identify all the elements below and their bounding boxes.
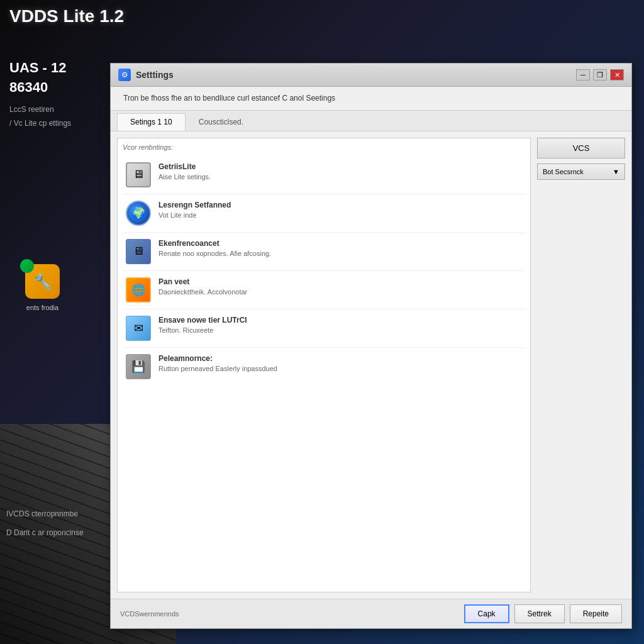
envelope-icon: ✉ — [126, 316, 151, 341]
list-item[interactable]: 🌐 Pan veet Daonieckttheik. Accolvonotar — [123, 271, 525, 309]
storage-icon: 💾 — [126, 354, 151, 379]
item-4-text: Pan veet Daonieckttheik. Accolvonotar — [158, 277, 522, 296]
item-4-desc: Daonieckttheik. Accolvonotar — [158, 287, 522, 296]
capk-button[interactable]: Capk — [464, 604, 509, 623]
settings-icon: ⚙ — [121, 70, 128, 79]
computer-icon: 🖥 — [126, 239, 151, 264]
settings-list-panel: Vcor renbntings: 🖥 GetriisLite Aise Lite… — [117, 138, 531, 592]
dialog-tabs: Setings 1 10 Couscticlsed. — [111, 111, 631, 131]
item-3-title: Ekenfrencoancet — [158, 239, 522, 248]
settrek-button[interactable]: Settrek — [514, 604, 565, 623]
dialog-title-left: ⚙ Setttings — [118, 69, 174, 81]
item-5-desc: Teifton. Ricuxeete — [158, 326, 522, 335]
green-indicator — [20, 259, 34, 273]
item-1-title: GetriisLite — [158, 162, 522, 171]
globe-icon: 🌍 — [126, 201, 151, 226]
list-item[interactable]: ✉ Ensave nowe tier LUTrCI Teifton. Ricux… — [123, 309, 525, 348]
settings-right-panel: VCS Bot Secsrnck ▼ — [537, 138, 625, 592]
item-2-desc: Vot Lite inde — [158, 211, 522, 219]
item-6-desc: Rutton perneaved Easlerly inpassdued — [158, 364, 522, 373]
left-menu-item-1[interactable]: LccS reetiren — [9, 105, 104, 114]
list-item[interactable]: 🌍 Lesrengn Setfanned Vot Lite inde — [123, 194, 525, 233]
dialog-title-text: Setttings — [136, 70, 174, 80]
item-6-title: Peleamnornce: — [158, 354, 522, 363]
car-id: UAS - 12 — [9, 60, 104, 76]
dialog-bottom-buttons: Capk Settrek Repeite — [464, 604, 622, 623]
dialog-titlebar: ⚙ Setttings ─ ❐ ✕ — [111, 64, 631, 87]
item-3-text: Ekenfrencoancet Renate noo xopnodes. Afi… — [158, 239, 522, 258]
item-2-text: Lesrengn Setfanned Vot Lite inde — [158, 201, 522, 219]
left-icon-area: 🔧 ents frodia — [25, 264, 60, 311]
left-bottom-label-1: IVCDS cterropnnmbe — [6, 509, 78, 518]
dropdown-button[interactable]: Bot Secsrnck ▼ — [537, 164, 625, 180]
tab-settings1[interactable]: Setings 1 10 — [117, 113, 186, 131]
repeite-button[interactable]: Repeite — [570, 604, 622, 623]
app-title: VDDS Lite 1.2 — [9, 6, 124, 26]
item-6-text: Peleamnornce: Rutton perneaved Easlerly … — [158, 354, 522, 373]
tab-settings2[interactable]: Couscticlsed. — [186, 113, 257, 131]
item-5-text: Ensave nowe tier LUTrCI Teifton. Ricuxee… — [158, 316, 522, 335]
car-number: 86340 — [9, 79, 104, 96]
item-2-title: Lesrengn Setfanned — [158, 201, 522, 209]
dialog-main-content: Vcor renbntings: 🖥 GetriisLite Aise Lite… — [111, 131, 631, 599]
item-5-title: Ensave nowe tier LUTrCI — [158, 316, 522, 325]
dialog-description: Tron be fhoss fhe an to bendlluce curl e… — [111, 87, 631, 111]
item-4-title: Pan veet — [158, 277, 522, 286]
left-menu-item-2[interactable]: / Vc Lite cp ettings — [9, 119, 104, 128]
dialog-controls: ─ ❐ ✕ — [576, 69, 624, 80]
dialog-icon: ⚙ — [118, 69, 131, 81]
item-1-desc: Aise Lite setings. — [158, 172, 522, 181]
monitor-icon: 🖥 — [126, 162, 151, 187]
orange-globe-icon: 🌐 — [126, 277, 151, 303]
minimize-button[interactable]: ─ — [576, 69, 590, 80]
settings-list-title: Vcor renbntings: — [123, 143, 525, 151]
bottom-left-label: VCDSwernmennds — [120, 610, 179, 618]
item-1-text: GetriisLite Aise Lite setings. — [158, 162, 522, 181]
dialog-bottom-bar: VCDSwernmennds Capk Settrek Repeite — [111, 599, 631, 628]
icon-label: ents frodia — [25, 304, 60, 311]
chevron-down-icon: ▼ — [613, 168, 619, 175]
dropdown-label: Bot Secsrnck — [543, 168, 584, 175]
restore-button[interactable]: ❐ — [593, 69, 607, 80]
left-bottom-label-2: D Darit c ar roponcinse — [6, 528, 84, 537]
list-item[interactable]: 💾 Peleamnornce: Rutton perneaved Easlerl… — [123, 348, 525, 386]
list-item[interactable]: 🖥 Ekenfrencoancet Renate noo xopnodes. A… — [123, 233, 525, 271]
settings-dialog: ⚙ Setttings ─ ❐ ✕ Tron be fhoss fhe an t… — [110, 63, 632, 629]
list-item[interactable]: 🖥 GetriisLite Aise Lite setings. — [123, 156, 525, 194]
vcs-button[interactable]: VCS — [537, 138, 625, 158]
close-button[interactable]: ✕ — [610, 69, 624, 80]
item-3-desc: Renate noo xopnodes. Afie afcosing. — [158, 249, 522, 258]
